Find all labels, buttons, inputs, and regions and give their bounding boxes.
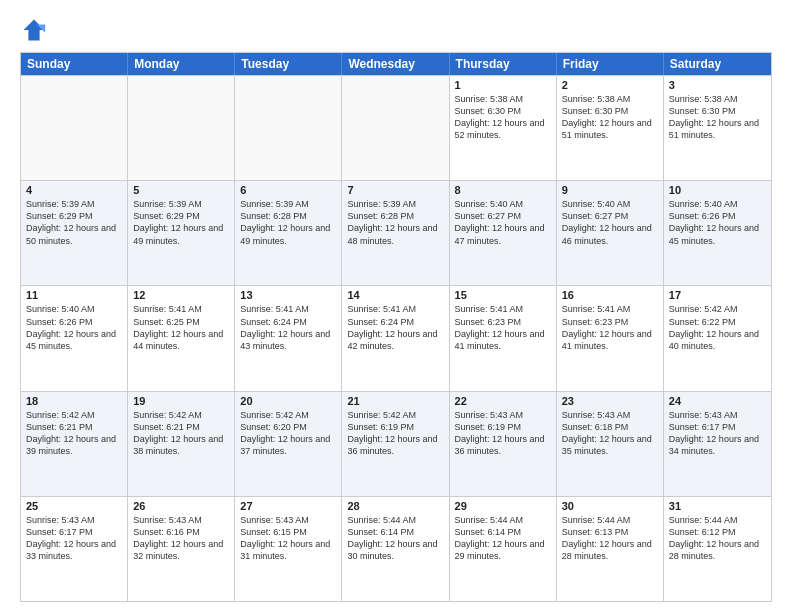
cell-info: Sunrise: 5:43 AMSunset: 6:17 PMDaylight:… [26,514,122,563]
cell-info: Sunrise: 5:38 AMSunset: 6:30 PMDaylight:… [669,93,766,142]
day-number: 19 [133,395,229,407]
cell-info: Sunrise: 5:39 AMSunset: 6:28 PMDaylight:… [347,198,443,247]
day-number: 10 [669,184,766,196]
cell-info: Sunrise: 5:40 AMSunset: 6:27 PMDaylight:… [455,198,551,247]
cell-info: Sunrise: 5:39 AMSunset: 6:29 PMDaylight:… [133,198,229,247]
day-number: 9 [562,184,658,196]
day-number: 11 [26,289,122,301]
day-number: 3 [669,79,766,91]
day-number: 16 [562,289,658,301]
table-row [21,76,128,180]
header-day-friday: Friday [557,53,664,75]
table-row: 3Sunrise: 5:38 AMSunset: 6:30 PMDaylight… [664,76,771,180]
header-day-wednesday: Wednesday [342,53,449,75]
calendar-row: 11Sunrise: 5:40 AMSunset: 6:26 PMDayligh… [21,285,771,390]
table-row: 19Sunrise: 5:42 AMSunset: 6:21 PMDayligh… [128,392,235,496]
calendar-body: 1Sunrise: 5:38 AMSunset: 6:30 PMDaylight… [21,75,771,601]
cell-info: Sunrise: 5:43 AMSunset: 6:15 PMDaylight:… [240,514,336,563]
cell-info: Sunrise: 5:44 AMSunset: 6:14 PMDaylight:… [347,514,443,563]
table-row: 16Sunrise: 5:41 AMSunset: 6:23 PMDayligh… [557,286,664,390]
calendar-header: SundayMondayTuesdayWednesdayThursdayFrid… [21,53,771,75]
cell-info: Sunrise: 5:40 AMSunset: 6:26 PMDaylight:… [26,303,122,352]
day-number: 5 [133,184,229,196]
table-row: 17Sunrise: 5:42 AMSunset: 6:22 PMDayligh… [664,286,771,390]
cell-info: Sunrise: 5:41 AMSunset: 6:23 PMDaylight:… [455,303,551,352]
day-number: 13 [240,289,336,301]
cell-info: Sunrise: 5:42 AMSunset: 6:20 PMDaylight:… [240,409,336,458]
day-number: 1 [455,79,551,91]
day-number: 15 [455,289,551,301]
cell-info: Sunrise: 5:44 AMSunset: 6:13 PMDaylight:… [562,514,658,563]
cell-info: Sunrise: 5:39 AMSunset: 6:29 PMDaylight:… [26,198,122,247]
day-number: 30 [562,500,658,512]
table-row: 28Sunrise: 5:44 AMSunset: 6:14 PMDayligh… [342,497,449,601]
table-row: 4Sunrise: 5:39 AMSunset: 6:29 PMDaylight… [21,181,128,285]
table-row: 8Sunrise: 5:40 AMSunset: 6:27 PMDaylight… [450,181,557,285]
cell-info: Sunrise: 5:38 AMSunset: 6:30 PMDaylight:… [455,93,551,142]
day-number: 31 [669,500,766,512]
table-row: 24Sunrise: 5:43 AMSunset: 6:17 PMDayligh… [664,392,771,496]
day-number: 12 [133,289,229,301]
cell-info: Sunrise: 5:41 AMSunset: 6:23 PMDaylight:… [562,303,658,352]
cell-info: Sunrise: 5:44 AMSunset: 6:14 PMDaylight:… [455,514,551,563]
calendar-row: 25Sunrise: 5:43 AMSunset: 6:17 PMDayligh… [21,496,771,601]
cell-info: Sunrise: 5:38 AMSunset: 6:30 PMDaylight:… [562,93,658,142]
cell-info: Sunrise: 5:41 AMSunset: 6:24 PMDaylight:… [347,303,443,352]
calendar-row: 18Sunrise: 5:42 AMSunset: 6:21 PMDayligh… [21,391,771,496]
cell-info: Sunrise: 5:41 AMSunset: 6:25 PMDaylight:… [133,303,229,352]
header-day-thursday: Thursday [450,53,557,75]
header-day-sunday: Sunday [21,53,128,75]
day-number: 23 [562,395,658,407]
table-row [235,76,342,180]
cell-info: Sunrise: 5:42 AMSunset: 6:21 PMDaylight:… [26,409,122,458]
table-row: 21Sunrise: 5:42 AMSunset: 6:19 PMDayligh… [342,392,449,496]
day-number: 2 [562,79,658,91]
day-number: 27 [240,500,336,512]
header-day-tuesday: Tuesday [235,53,342,75]
table-row [128,76,235,180]
table-row: 29Sunrise: 5:44 AMSunset: 6:14 PMDayligh… [450,497,557,601]
cell-info: Sunrise: 5:42 AMSunset: 6:22 PMDaylight:… [669,303,766,352]
calendar-row: 4Sunrise: 5:39 AMSunset: 6:29 PMDaylight… [21,180,771,285]
cell-info: Sunrise: 5:43 AMSunset: 6:18 PMDaylight:… [562,409,658,458]
table-row: 25Sunrise: 5:43 AMSunset: 6:17 PMDayligh… [21,497,128,601]
day-number: 25 [26,500,122,512]
table-row: 5Sunrise: 5:39 AMSunset: 6:29 PMDaylight… [128,181,235,285]
table-row: 20Sunrise: 5:42 AMSunset: 6:20 PMDayligh… [235,392,342,496]
day-number: 29 [455,500,551,512]
day-number: 14 [347,289,443,301]
table-row: 26Sunrise: 5:43 AMSunset: 6:16 PMDayligh… [128,497,235,601]
cell-info: Sunrise: 5:43 AMSunset: 6:16 PMDaylight:… [133,514,229,563]
logo [20,16,52,44]
table-row: 6Sunrise: 5:39 AMSunset: 6:28 PMDaylight… [235,181,342,285]
day-number: 21 [347,395,443,407]
table-row: 7Sunrise: 5:39 AMSunset: 6:28 PMDaylight… [342,181,449,285]
table-row: 27Sunrise: 5:43 AMSunset: 6:15 PMDayligh… [235,497,342,601]
day-number: 17 [669,289,766,301]
day-number: 22 [455,395,551,407]
cell-info: Sunrise: 5:42 AMSunset: 6:21 PMDaylight:… [133,409,229,458]
table-row: 31Sunrise: 5:44 AMSunset: 6:12 PMDayligh… [664,497,771,601]
cell-info: Sunrise: 5:40 AMSunset: 6:26 PMDaylight:… [669,198,766,247]
table-row: 13Sunrise: 5:41 AMSunset: 6:24 PMDayligh… [235,286,342,390]
logo-icon [20,16,48,44]
table-row: 11Sunrise: 5:40 AMSunset: 6:26 PMDayligh… [21,286,128,390]
cell-info: Sunrise: 5:41 AMSunset: 6:24 PMDaylight:… [240,303,336,352]
table-row [342,76,449,180]
header-day-saturday: Saturday [664,53,771,75]
table-row: 9Sunrise: 5:40 AMSunset: 6:27 PMDaylight… [557,181,664,285]
day-number: 24 [669,395,766,407]
table-row: 10Sunrise: 5:40 AMSunset: 6:26 PMDayligh… [664,181,771,285]
day-number: 8 [455,184,551,196]
cell-info: Sunrise: 5:43 AMSunset: 6:17 PMDaylight:… [669,409,766,458]
cell-info: Sunrise: 5:39 AMSunset: 6:28 PMDaylight:… [240,198,336,247]
table-row: 14Sunrise: 5:41 AMSunset: 6:24 PMDayligh… [342,286,449,390]
day-number: 18 [26,395,122,407]
table-row: 30Sunrise: 5:44 AMSunset: 6:13 PMDayligh… [557,497,664,601]
table-row: 18Sunrise: 5:42 AMSunset: 6:21 PMDayligh… [21,392,128,496]
cell-info: Sunrise: 5:43 AMSunset: 6:19 PMDaylight:… [455,409,551,458]
table-row: 12Sunrise: 5:41 AMSunset: 6:25 PMDayligh… [128,286,235,390]
day-number: 4 [26,184,122,196]
day-number: 28 [347,500,443,512]
day-number: 20 [240,395,336,407]
